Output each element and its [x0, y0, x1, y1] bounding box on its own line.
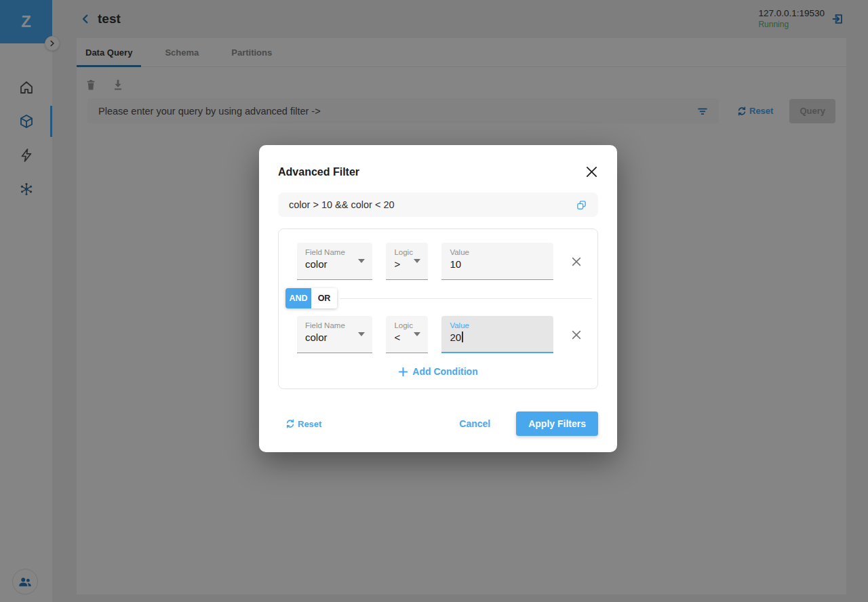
- remove-condition-icon: [570, 329, 583, 341]
- value-label: Value: [450, 321, 545, 329]
- dropdown-arrow-icon: [358, 332, 365, 336]
- plus-icon: [398, 367, 408, 377]
- combinator-divider: [340, 298, 592, 299]
- field-name-value: color: [305, 258, 364, 270]
- dialog-title: Advanced Filter: [278, 166, 359, 178]
- copy-expression-button[interactable]: [576, 199, 587, 211]
- dialog-footer: Reset Cancel Apply Filters: [278, 412, 598, 436]
- value-input[interactable]: Value 10: [441, 243, 553, 280]
- add-condition-button[interactable]: Add Condition: [279, 366, 597, 377]
- and-or-toggle: AND OR: [285, 288, 337, 308]
- cancel-button[interactable]: Cancel: [452, 413, 497, 435]
- logic-label: Logic: [394, 248, 420, 256]
- field-name-value: color: [305, 332, 364, 343]
- logic-select[interactable]: Logic <: [386, 316, 428, 353]
- dropdown-arrow-icon: [414, 332, 420, 336]
- reset-filters-label: Reset: [298, 419, 321, 429]
- reset-filters-button[interactable]: Reset: [285, 418, 321, 429]
- text-cursor: [462, 332, 463, 342]
- close-icon: [585, 165, 598, 178]
- add-condition-label: Add Condition: [412, 366, 477, 377]
- dropdown-arrow-icon: [414, 259, 420, 263]
- close-dialog-button[interactable]: [585, 165, 598, 178]
- conditions-group: Field Name color Logic > Value 10: [278, 228, 598, 389]
- logic-label: Logic: [394, 321, 420, 329]
- or-toggle-button[interactable]: OR: [311, 288, 337, 308]
- and-toggle-button[interactable]: AND: [285, 288, 311, 308]
- combinator-row: AND OR: [279, 288, 597, 308]
- value-input-focused[interactable]: Value 20: [441, 316, 553, 353]
- condition-row: Field Name color Logic > Value 10: [279, 243, 597, 280]
- remove-condition-icon: [570, 256, 583, 268]
- filter-expression-text: color > 10 && color < 20: [289, 199, 576, 210]
- field-name-label: Field Name: [305, 321, 364, 329]
- condition-row: Field Name color Logic < Value 20: [279, 316, 597, 353]
- dropdown-arrow-icon: [358, 259, 365, 263]
- advanced-filter-dialog: Advanced Filter color > 10 && color < 20: [259, 145, 617, 452]
- refresh-icon: [285, 418, 296, 429]
- value-text: 20: [450, 332, 545, 343]
- apply-filters-button[interactable]: Apply Filters: [516, 412, 598, 436]
- filter-expression-preview: color > 10 && color < 20: [278, 193, 598, 217]
- field-name-select[interactable]: Field Name color: [297, 243, 372, 280]
- remove-condition-button[interactable]: [570, 256, 583, 268]
- copy-icon: [576, 199, 587, 211]
- field-name-select[interactable]: Field Name color: [297, 316, 372, 353]
- value-text: 10: [450, 258, 545, 270]
- logic-select[interactable]: Logic >: [386, 243, 428, 280]
- field-name-label: Field Name: [305, 248, 364, 256]
- value-label: Value: [450, 248, 545, 256]
- remove-condition-button[interactable]: [570, 329, 583, 341]
